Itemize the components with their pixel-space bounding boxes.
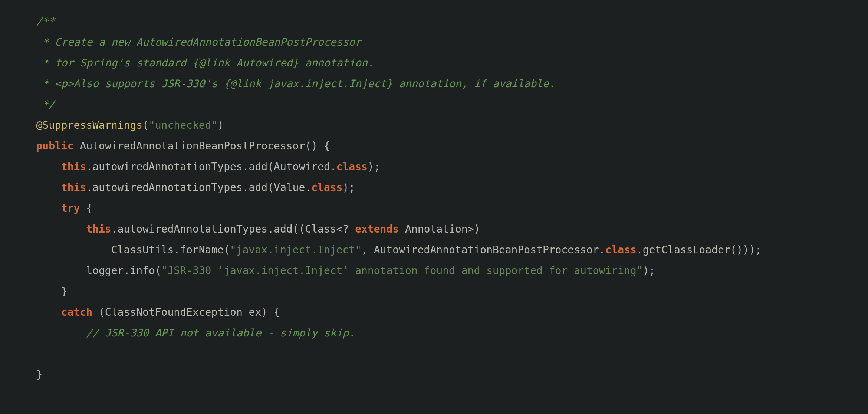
keyword-token: this — [86, 223, 111, 235]
indent — [11, 36, 36, 48]
identifier-token: .getClassLoader())); — [637, 244, 762, 256]
indent — [11, 181, 61, 194]
identifier-token: ClassUtils.forName( — [111, 244, 230, 256]
indent — [11, 223, 86, 235]
class-keyword-token: class — [311, 181, 342, 194]
javadoc-line: * <p>Also supports JSR-330's {@link java… — [36, 78, 555, 90]
identifier-token: .autowiredAnnotationTypes.add(Value. — [86, 181, 311, 194]
indent — [11, 306, 61, 318]
indent — [11, 78, 36, 90]
indent — [11, 57, 36, 69]
javadoc-line: * for Spring's standard {@link Autowired… — [36, 57, 374, 69]
indent — [11, 161, 61, 173]
string-token: "JSR-330 'javax.inject.Inject' annotatio… — [161, 264, 643, 277]
indent — [11, 140, 36, 152]
identifier-token: , AutowiredAnnotationBeanPostProcessor. — [361, 244, 605, 256]
keyword-token: catch — [61, 306, 92, 318]
punctuation-token: { — [80, 202, 92, 214]
punctuation-token: ); — [368, 161, 380, 173]
keyword-token: this — [61, 181, 86, 194]
indent — [11, 244, 111, 256]
indent — [11, 202, 61, 214]
identifier-token: .autowiredAnnotationTypes.add(Autowired. — [86, 161, 336, 173]
punctuation-token: ( — [142, 119, 149, 131]
indent — [11, 119, 36, 131]
class-keyword-token: class — [336, 161, 368, 173]
identifier-token: .autowiredAnnotationTypes.add((Class<? — [111, 223, 355, 235]
string-token: "unchecked" — [149, 119, 217, 131]
punctuation-token: ) — [217, 119, 224, 131]
punctuation-token: ); — [342, 181, 355, 194]
javadoc-line: /** — [36, 15, 55, 27]
indent — [11, 264, 86, 277]
javadoc-line: */ — [36, 98, 55, 111]
identifier-token: logger.info( — [86, 264, 161, 277]
javadoc-line: * Create a new AutowiredAnnotationBeanPo… — [36, 36, 361, 48]
code-editor[interactable]: /** * Create a new AutowiredAnnotationBe… — [0, 0, 868, 414]
keyword-token: public — [36, 140, 73, 152]
keyword-token: extends — [355, 223, 399, 235]
identifier-token: (ClassNotFoundException ex) { — [92, 306, 280, 318]
keyword-token: try — [61, 202, 80, 214]
punctuation-token: } — [36, 368, 42, 381]
string-token: "javax.inject.Inject" — [230, 244, 361, 256]
punctuation-token: } — [61, 285, 68, 298]
indent — [11, 15, 36, 27]
identifier-token: AutowiredAnnotationBeanPostProcessor() { — [74, 140, 330, 152]
class-keyword-token: class — [605, 244, 636, 256]
annotation-token: @SuppressWarnings — [36, 119, 142, 131]
keyword-token: this — [61, 161, 86, 173]
indent — [11, 98, 36, 111]
indent — [11, 368, 36, 381]
punctuation-token: ); — [643, 264, 655, 277]
indent — [11, 327, 86, 339]
comment-line: // JSR-330 API not available - simply sk… — [86, 327, 355, 339]
identifier-token: Annotation>) — [399, 223, 480, 235]
indent — [11, 285, 61, 298]
